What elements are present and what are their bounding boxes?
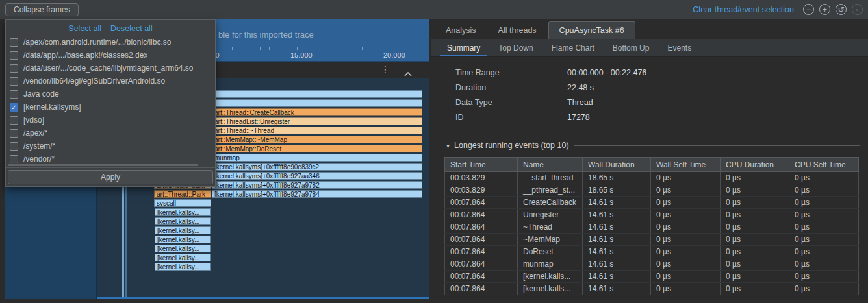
subtab-top-down[interactable]: Top Down [489,39,542,56]
filter-checkbox[interactable] [10,77,18,86]
filter-checkbox[interactable] [10,129,18,138]
filter-checkbox[interactable] [10,51,18,60]
timeline-scrollbar[interactable] [97,297,429,299]
ruler-label: 15.000 [290,51,313,59]
flame-bar[interactable]: [kernel.kallsyms]+0xffffff8e927a9784 [212,190,422,198]
filter-item[interactable]: /apex/com.android.runtime/.../bionic/lib… [6,36,215,49]
flame-bar[interactable]: art::Thread::~Thread [212,127,422,134]
flame-bar[interactable]: art::ThreadList::Unregister [212,117,422,125]
table-row[interactable]: 00:03.829__pthread_st...18.65 s0 µs0 µs0… [445,184,859,197]
table-cell: 0 µs [651,283,721,295]
ruler-tick [307,47,307,50]
table-row[interactable]: 00:03.829__start_thread18.65 s0 µs0 µs0 … [445,172,859,184]
collapse-frames-button[interactable]: Collapse frames [5,3,79,16]
table-row[interactable]: 00:07.864DoReset14.61 s0 µs0 µs0 µs [445,246,859,258]
analysis-subtabs: SummaryTop DownFlame ChartBottom UpEvent… [431,39,868,57]
filter-item[interactable]: /vendor/lib64/egl/eglSubDriverAndroid.so [6,75,215,88]
table-row[interactable]: 00:07.864~MemMap14.61 s0 µs0 µs0 µs [445,234,859,246]
filter-item-list: /apex/com.android.runtime/.../bionic/lib… [6,36,215,163]
filter-item[interactable]: /apex/* [6,127,215,139]
clear-selection-link[interactable]: Clear thread/event selection [693,5,794,14]
column-header[interactable]: Wall Duration [583,158,651,172]
flame-bar[interactable]: art::Thread::Park [154,190,211,198]
flame-bar[interactable]: [kernel.kallsy... [155,263,211,271]
table-cell: 0 µs [651,246,721,258]
flame-bar[interactable]: [kernel.kallsyms]+0xffffff8e927a9782 [212,181,422,189]
filter-checkbox[interactable] [10,38,18,47]
column-header[interactable]: Name [518,158,583,172]
flame-bar[interactable]: [kernel.kallsyms]+0xffffff8e90e839c2 [212,163,422,171]
filter-item[interactable]: [vdso] [6,114,215,127]
ruler-tick [400,47,400,50]
filter-item[interactable]: /data/app/.../base.apk!/classes2.dex [6,49,215,62]
filter-item[interactable]: Java code [6,88,215,101]
flame-bar[interactable]: [kernel.kallsy... [155,236,211,243]
filter-checkbox[interactable] [10,116,18,125]
filter-checkbox[interactable] [10,155,18,164]
filter-checkbox[interactable] [10,64,18,73]
column-header[interactable]: CPU Self Time [789,158,859,172]
table-cell: 0 µs [721,234,789,246]
zoom-out-icon[interactable]: − [803,4,814,15]
filter-hscrollbar-thumb[interactable] [8,164,198,166]
ruler-tick [362,47,363,50]
subtab-events[interactable]: Events [658,39,700,56]
reset-zoom-icon[interactable]: ↺ [836,4,847,15]
summary-label: Data Type [455,98,567,107]
ruler-tick [269,47,270,50]
table-cell: 0 µs [651,209,721,221]
filter-checkbox[interactable]: ✓ [10,103,18,112]
filter-item-label: /vendor/* [23,154,55,163]
select-all-link[interactable]: Select all [68,24,101,33]
zoom-in-icon[interactable]: + [819,4,830,15]
subtab-bottom-up[interactable]: Bottom Up [604,39,659,56]
filter-item[interactable]: /data/user/.../code_cache/libjvmtiagent_… [6,62,215,75]
column-header[interactable]: Start Time [445,158,518,172]
column-header[interactable]: CPU Duration [721,158,789,172]
filter-item[interactable]: /system/* [6,139,215,152]
table-row[interactable]: 00:07.864munmap14.61 s0 µs0 µs0 µs [445,258,859,271]
table-row[interactable]: 00:07.864[kernel.kalls...14.61 s0 µs0 µs… [445,271,859,283]
flame-bar[interactable]: art::Thread::CreateCallback [212,108,422,116]
tab-analysis[interactable]: Analysis [435,22,487,39]
filter-checkbox[interactable] [10,142,18,151]
filter-item[interactable]: /vendor/* [6,152,215,163]
flame-bar[interactable]: [kernel.kallsy... [155,245,211,252]
flame-strip [212,99,422,107]
tab-all-threads[interactable]: All threads [488,22,547,39]
kebab-menu-icon[interactable]: ⋮ [381,64,390,75]
subtab-flame-chart[interactable]: Flame Chart [542,39,604,56]
filter-item-label: /apex/com.android.runtime/.../bionic/lib… [23,38,171,47]
flame-bar[interactable]: [kernel.kallsy... [155,208,211,216]
flame-bar[interactable]: art::MemMap::DoReset [212,145,422,152]
apply-button[interactable]: Apply [8,170,213,184]
filter-item[interactable]: ✓[kernel.kallsyms] [6,101,215,114]
deselect-all-link[interactable]: Deselect all [110,24,153,33]
tab-cpuasynctask-6[interactable]: CpuAsyncTask #6 [548,21,635,39]
subtab-summary[interactable]: Summary [438,39,489,56]
table-row[interactable]: 00:07.864CreateCallback14.61 s0 µs0 µs0 … [445,197,859,209]
flame-bar[interactable]: munmap [212,154,422,162]
table-row[interactable]: 00:07.864~Thread14.61 s0 µs0 µs0 µs [445,221,859,234]
table-cell: 00:07.864 [445,197,518,209]
table-cell: 14.61 s [583,246,651,258]
table-row[interactable]: 00:07.864[kernel.kalls...14.61 s0 µs0 µs… [445,283,859,295]
summary-label: Time Range [455,68,567,77]
ruler-tick [260,47,261,50]
filter-item-label: /apex/* [23,128,47,138]
table-cell: 00:07.864 [445,234,518,246]
flame-bar[interactable]: [kernel.kallsyms]+0xffffff8e927aa346 [212,172,422,180]
table-cell: 0 µs [789,172,859,184]
collapse-triangle-icon[interactable]: ▾ [446,142,450,149]
flame-bar[interactable]: art::MemMap::~MemMap [212,136,422,143]
flame-bar[interactable]: [kernel.kallsy... [155,254,211,261]
table-row[interactable]: 00:07.864Unregister14.61 s0 µs0 µs0 µs [445,209,859,221]
flame-bar[interactable]: [kernel.kallsy... [155,226,211,234]
filter-checkbox[interactable] [10,90,18,99]
zoom-to-selection-icon[interactable]: ▫ [852,4,863,15]
table-cell: 0 µs [721,172,789,184]
flame-bar[interactable]: [kernel.kallsy... [155,217,211,225]
column-header[interactable]: Wall Self Time [651,158,721,172]
table-cell: 00:07.864 [445,209,518,221]
flame-bar[interactable]: syscall [154,199,211,207]
